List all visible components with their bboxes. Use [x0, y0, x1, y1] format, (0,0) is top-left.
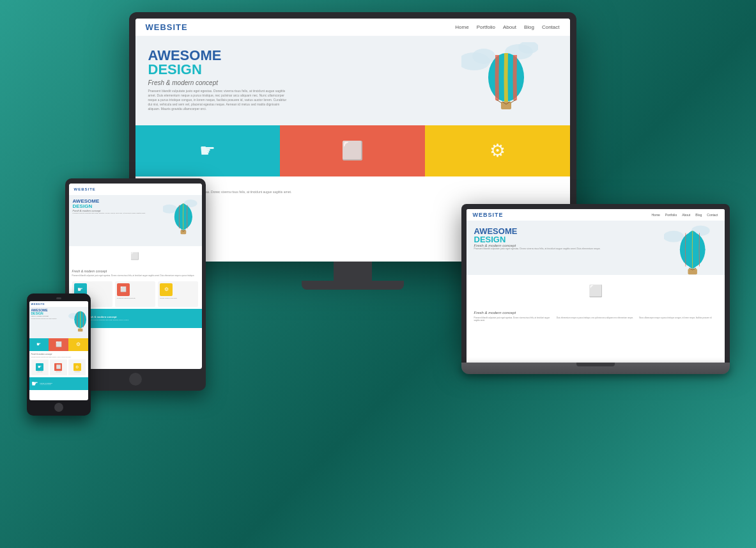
- laptop-col-2: Duis elementum neque a purus tristique, …: [557, 317, 634, 322]
- tablet-hero-body: Praesent blandit vulputate justo eget eg…: [73, 212, 163, 215]
- gear-icon: ⚙: [490, 140, 505, 161]
- svg-point-10: [163, 204, 177, 213]
- desktop-nav-portfolio[interactable]: Portfolio: [477, 24, 495, 30]
- tablet-section-title: Fresh & modern concept: [72, 269, 199, 273]
- phone-content-body: Praesent blandit vulputate justo eget eg…: [31, 356, 86, 358]
- phone-logo: WEBSITE: [31, 302, 45, 306]
- phone-content-items: ☛ Lorem ipsum ⬜ Lorem ipsum: [31, 359, 86, 375]
- phone-device: WEBSITE AWESOME DESIGN Fresh & modern co…: [27, 294, 91, 416]
- desktop-stand-neck: [334, 262, 372, 281]
- tablet-logo: WEBSITE: [72, 185, 98, 193]
- laptop-base: [461, 363, 730, 374]
- svg-rect-5: [501, 102, 511, 109]
- laptop-nav-blog[interactable]: Blog: [695, 213, 702, 217]
- tablet-hand-icon: ☛: [88, 252, 94, 260]
- desktop-balloon: [461, 42, 538, 132]
- laptop-col-1: Praesent blandit vulputate justo eget eg…: [474, 317, 552, 322]
- phone-content-title: Fresh & modern concept: [31, 353, 86, 356]
- laptop-screen: WEBSITE Home Portfolio About Blog Contac…: [467, 209, 725, 363]
- hand-icon: ☛: [199, 140, 215, 161]
- phone-bottom-section: ☛ Fresh & modern Praesent blandit vulput…: [29, 377, 88, 390]
- desktop-feature-1: ☛: [135, 125, 281, 176]
- laptop-nav-portfolio[interactable]: Portfolio: [665, 213, 677, 217]
- laptop-nav: WEBSITE Home Portfolio About Blog Contac…: [467, 209, 725, 221]
- tablet-home-button[interactable]: [129, 373, 142, 386]
- laptop-nav-contact[interactable]: Contact: [707, 213, 718, 217]
- desktop-feature-2: ⬜: [280, 125, 425, 176]
- desktop-stand-base: [302, 281, 404, 290]
- laptop-icon: ⬜: [341, 140, 364, 161]
- laptop-screen-outer: WEBSITE Home Portfolio About Blog Contac…: [461, 204, 730, 363]
- tablet-features: ☛ ⬜ ⚙: [69, 246, 202, 267]
- laptop-feature-1: ☛: [467, 275, 553, 307]
- desktop-logo: WEBSITE: [146, 22, 188, 32]
- svg-rect-21: [77, 328, 82, 331]
- laptop-logo: WEBSITE: [473, 212, 504, 218]
- phone-home-button[interactable]: [54, 403, 63, 412]
- phone-content: Fresh & modern concept Praesent blandit …: [29, 351, 88, 378]
- laptop-screen-icon: ⬜: [589, 284, 603, 298]
- laptop-gear-icon: ⚙: [676, 284, 686, 298]
- svg-point-1: [472, 49, 495, 64]
- phone-speaker: [56, 297, 61, 299]
- desktop-nav-home[interactable]: Home: [455, 24, 468, 30]
- laptop-balloon: [664, 224, 712, 284]
- laptop-hand-icon: ☛: [504, 284, 514, 298]
- tablet-feature-1: ☛: [69, 246, 113, 267]
- phone-hero-subtitle: Fresh & modern concept: [31, 315, 68, 317]
- desktop-section-title: Fresh & modern concept: [146, 182, 560, 187]
- scene: WEBSITE Home Portfolio About Blog Contac…: [27, 12, 730, 536]
- tablet-second-section: Fresh & modern concept Praesent blandit …: [69, 267, 202, 279]
- phone-features: ☛ ⬜ ⚙: [29, 338, 88, 351]
- tablet-gear-icon: ⚙: [176, 252, 183, 260]
- laptop-device: WEBSITE Home Portfolio About Blog Contac…: [461, 204, 730, 374]
- tablet-balloon: [163, 199, 198, 246]
- desktop-nav-contact[interactable]: Contact: [542, 24, 560, 30]
- svg-point-22: [664, 230, 684, 242]
- tablet-feature-3: ⚙: [157, 246, 201, 267]
- laptop-feature-2: ⬜: [552, 275, 638, 307]
- phone-hero-body: Praesent blandit vulputate justo eget eg…: [31, 318, 68, 320]
- desktop-nav-about[interactable]: About: [503, 24, 516, 30]
- tablet-laptop-icon: ⬜: [130, 252, 139, 260]
- svg-rect-13: [180, 230, 186, 234]
- desktop-section-body: Praesent blandit vulputate justo eget eg…: [146, 190, 560, 194]
- laptop-col-3: Nunc ullamcorper neque a purus tristique…: [639, 317, 716, 322]
- tablet-hero-line2: DESIGN: [73, 204, 163, 209]
- phone-outer: WEBSITE AWESOME DESIGN Fresh & modern co…: [27, 294, 91, 416]
- phone-balloon: [68, 309, 86, 338]
- laptop-nav-about[interactable]: About: [682, 213, 690, 217]
- laptop-section-title: Fresh & modern concept: [474, 311, 717, 315]
- desktop-hero: AWESOME DESIGN Fresh & modern concept Pr…: [135, 36, 570, 125]
- laptop-nav-home[interactable]: Home: [651, 213, 660, 217]
- laptop-second-section: Fresh & modern concept Praesent blandit …: [467, 307, 725, 325]
- tablet-feature-2: ⬜: [113, 246, 157, 267]
- desktop-nav-blog[interactable]: Blog: [524, 24, 534, 30]
- desktop-nav: WEBSITE Home Portfolio About Blog Contac…: [135, 19, 570, 36]
- desktop-hero-body: Praesent blandit vulputate justo eget eg…: [148, 89, 289, 111]
- phone-screen: WEBSITE AWESOME DESIGN Fresh & modern co…: [29, 301, 88, 400]
- tablet-section-body: Praesent blandit vulputate justo eget eg…: [72, 274, 199, 277]
